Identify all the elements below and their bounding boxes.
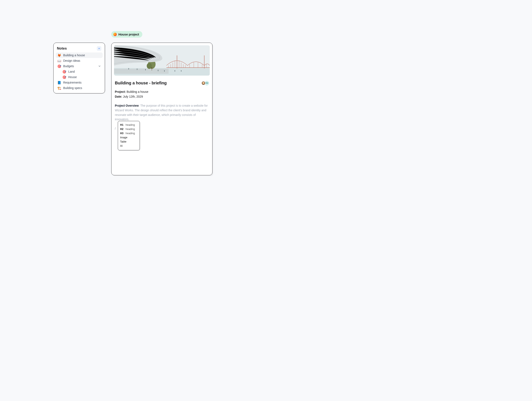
construction-icon: 🏗️ [57, 86, 61, 90]
menu-item-h3[interactable]: H3 heading [120, 131, 138, 135]
note-label: Design ideas [63, 59, 80, 62]
chevron-down-icon[interactable] [98, 65, 101, 68]
plus-icon [98, 47, 100, 50]
svg-rect-23 [114, 71, 169, 72]
note-label: Budgets [63, 64, 74, 68]
svg-rect-30 [145, 70, 146, 70]
menu-h2-prefix: H2 [120, 128, 124, 131]
meta-date-value: July 12th, 2029 [123, 95, 143, 98]
svg-rect-34 [164, 71, 165, 72]
notes-tree: 🦊 Building a house 📖 Design ideas 🎯 Budg… [56, 52, 103, 91]
meta-project-value: Building a house [127, 90, 148, 93]
menu-item-table[interactable]: Table [120, 140, 138, 144]
add-note-button[interactable] [97, 46, 101, 51]
note-item-budgets[interactable]: 🎯 Budgets [56, 64, 103, 69]
menu-item-h1[interactable]: H1 heading [120, 123, 138, 127]
note-item-building-a-house[interactable]: 🦊 Building a house [56, 52, 103, 58]
avatar-photo[interactable] [201, 81, 206, 85]
note-label: Building specs [63, 86, 82, 90]
menu-ai-label: AI [120, 144, 123, 147]
svg-rect-36 [175, 71, 175, 72]
note-item-design-ideas[interactable]: 📖 Design ideas [56, 58, 103, 64]
cover-image [114, 45, 210, 76]
note-item-land[interactable]: 🎯 Land [56, 69, 103, 74]
meta-date-key: Date: [115, 95, 122, 98]
fox-icon: 🦊 [57, 53, 61, 57]
project-pill[interactable]: House project [111, 31, 142, 38]
svg-point-19 [147, 63, 152, 69]
note-label: Building a house [63, 54, 85, 57]
document-panel: Building a house - briefing RM Project: … [111, 43, 212, 175]
menu-h3-prefix: H3 [120, 132, 124, 135]
note-label: Land [68, 70, 75, 73]
note-item-building-specs[interactable]: 🏗️ Building specs [56, 85, 103, 91]
note-item-requirements[interactable]: 📘 Requirements [56, 80, 103, 85]
menu-item-ai[interactable]: AI [120, 144, 138, 148]
note-label: Requirements [63, 81, 82, 84]
svg-rect-26 [128, 69, 129, 70]
slash-command-menu: H1 heading H2 heading H3 heading Image T… [118, 121, 140, 150]
collaborators[interactable]: RM [201, 81, 209, 85]
menu-h1-prefix: H1 [120, 123, 124, 126]
overview-key: Project Overview [115, 104, 139, 107]
target-icon: 🎯 [62, 70, 66, 73]
notebook-icon: 📘 [57, 81, 61, 84]
notes-title: Notes [57, 46, 67, 51]
svg-rect-38 [181, 71, 181, 72]
svg-rect-22 [114, 70, 169, 71]
meta-project-key: Project: [115, 90, 126, 93]
menu-table-label: Table [120, 140, 127, 143]
target-icon: 🎯 [62, 75, 66, 79]
document-meta: Project: Building a house Date: July 12t… [115, 90, 209, 99]
target-icon: 🎯 [57, 64, 61, 68]
project-color-icon [113, 33, 117, 36]
svg-rect-21 [114, 69, 169, 70]
architecture-illustration-icon [114, 45, 210, 76]
project-name: House project [118, 32, 139, 36]
menu-h3-label: heading [126, 132, 135, 135]
svg-rect-28 [137, 69, 137, 70]
document-title: Building a house - briefing [115, 81, 167, 85]
project-overview[interactable]: Project Overview: The purpose of this pr… [115, 103, 209, 122]
svg-rect-32 [158, 70, 158, 71]
notes-panel: Notes 🦊 Building a house 📖 Design ideas … [53, 43, 105, 93]
note-label: House [68, 75, 77, 79]
menu-image-label: Image [120, 136, 127, 139]
menu-h2-label: heading [126, 128, 135, 131]
menu-h1-label: heading [126, 123, 135, 126]
svg-rect-24 [114, 73, 169, 73]
menu-item-h2[interactable]: H2 heading [120, 127, 138, 131]
book-open-icon: 📖 [57, 59, 61, 63]
note-item-house[interactable]: 🎯 House [56, 74, 103, 80]
menu-item-image[interactable]: Image [120, 135, 138, 140]
